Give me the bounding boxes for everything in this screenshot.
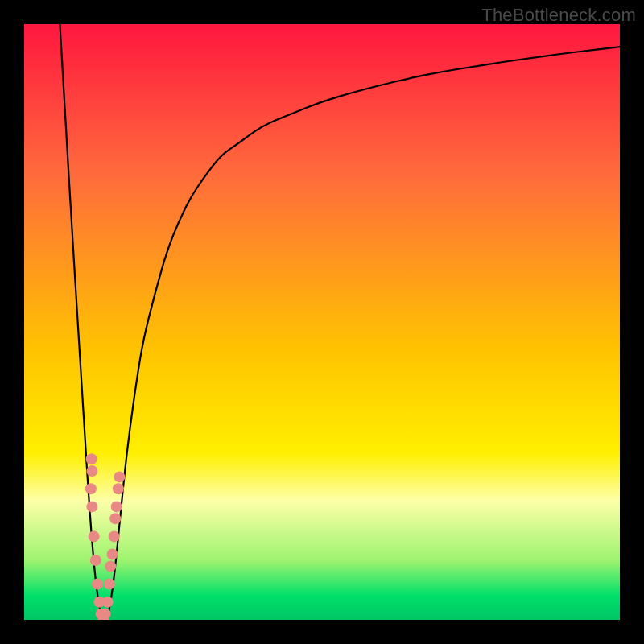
marker-dot	[109, 530, 120, 542]
plot-area	[24, 24, 620, 620]
marker-dot	[85, 483, 97, 494]
marker-dot	[111, 501, 122, 512]
marker-dot	[100, 609, 111, 620]
marker-dot	[86, 465, 97, 477]
marker-dot	[90, 555, 101, 566]
marker-dot	[102, 597, 114, 608]
marker-dot	[105, 560, 116, 572]
marker-dot	[104, 579, 115, 590]
marker-dot	[114, 471, 125, 482]
gradient-background	[24, 24, 620, 620]
chart-frame: TheBottleneck.com	[0, 0, 644, 644]
marker-dot	[92, 579, 103, 590]
marker-dot	[89, 530, 100, 542]
marker-dot	[113, 483, 124, 494]
marker-dot	[109, 513, 121, 524]
watermark-text: TheBottleneck.com	[481, 5, 636, 26]
marker-dot	[86, 453, 97, 464]
bottleneck-chart	[24, 24, 620, 620]
marker-dot	[86, 501, 97, 512]
marker-dot	[107, 549, 118, 560]
